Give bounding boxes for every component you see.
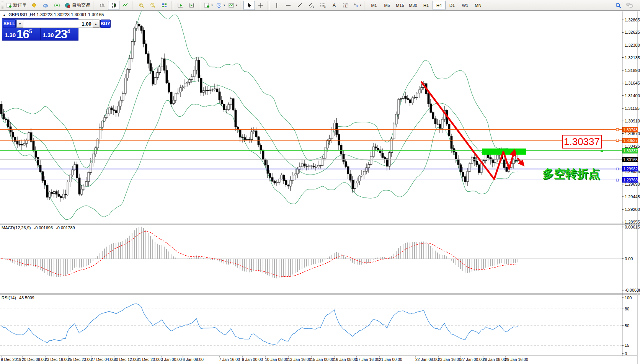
one-click-trading-panel: SELL ▼ ▲ BUY 1.30 16 5 1.30 23 4 bbox=[2, 18, 78, 41]
signals-button[interactable] bbox=[51, 1, 63, 10]
chat-icon bbox=[626, 2, 633, 9]
sell-price-main: 1.30 bbox=[5, 30, 16, 40]
price-tick-label: 1.32135 bbox=[625, 55, 640, 60]
timeframe-mn-button[interactable]: MN bbox=[472, 1, 485, 10]
chart-shift-button[interactable] bbox=[186, 1, 198, 10]
search-button[interactable] bbox=[612, 1, 624, 10]
price-callout-label[interactable]: 1.30337 bbox=[562, 135, 602, 149]
chart-canvas[interactable] bbox=[0, 0, 640, 364]
clock-icon bbox=[216, 2, 222, 8]
auto-scroll-button[interactable] bbox=[175, 1, 186, 10]
price-tick-label: 1.28955 bbox=[625, 220, 640, 224]
horizontal-line-button[interactable] bbox=[282, 1, 294, 10]
crosshair-button[interactable] bbox=[255, 1, 266, 10]
price-level-badge: 1.30537 bbox=[622, 138, 638, 143]
template-icon bbox=[228, 2, 234, 8]
horizontal-line-icon bbox=[285, 2, 291, 8]
timeframe-h4-button[interactable]: H4 bbox=[433, 1, 446, 10]
indicator-tick-label: 0 bbox=[625, 351, 627, 356]
text-button[interactable]: A bbox=[328, 1, 340, 10]
time-axis[interactable]: 9 Dec 201920 Dec 08:0023 Dec 16:0025 Dec… bbox=[0, 357, 637, 364]
arrows-dropdown[interactable]: ▾ bbox=[351, 1, 363, 10]
vertical-line-icon bbox=[274, 2, 279, 8]
line-chart-icon bbox=[122, 2, 128, 8]
indicators-dropdown[interactable]: ▾ bbox=[202, 1, 214, 10]
line-chart-button[interactable] bbox=[119, 1, 131, 10]
timeframe-d1-button[interactable]: D1 bbox=[446, 1, 459, 10]
vertical-line-button[interactable] bbox=[271, 1, 282, 10]
indicator-tick-label: 80 bbox=[625, 307, 629, 311]
timeframe-w1-button[interactable]: W1 bbox=[459, 1, 472, 10]
zoom-out-icon bbox=[150, 2, 156, 8]
zoom-in-button[interactable] bbox=[136, 1, 147, 10]
cursor-button[interactable] bbox=[243, 1, 255, 10]
price-tick-label: 1.29200 bbox=[625, 207, 640, 212]
svg-text:A: A bbox=[333, 3, 336, 8]
toolbar-separator bbox=[268, 1, 270, 10]
fibonacci-button[interactable]: F bbox=[317, 1, 328, 10]
turning-point-text[interactable]: 多空转折点 bbox=[542, 166, 600, 182]
profiles-button[interactable] bbox=[28, 1, 40, 10]
timeframe-m1-button[interactable]: M1 bbox=[367, 1, 380, 10]
timeframe-h1-button[interactable]: H1 bbox=[420, 1, 433, 10]
bar-chart-button[interactable] bbox=[96, 1, 108, 10]
price-tick-label: 1.32380 bbox=[625, 43, 640, 47]
price-axis[interactable]: 1.328651.326251.323801.321351.318901.316… bbox=[622, 11, 640, 364]
crosshair-icon bbox=[258, 2, 264, 8]
candlestick-chart-button[interactable] bbox=[108, 1, 119, 10]
toolbar-separator bbox=[364, 1, 366, 10]
time-tick-label: 17 Jan 16:00 bbox=[356, 357, 379, 362]
bar-chart-icon bbox=[99, 2, 105, 8]
collapse-icon[interactable]: ▲ bbox=[3, 13, 6, 17]
templates-dropdown[interactable]: ▾ bbox=[227, 1, 239, 10]
equidistant-channel-button[interactable]: E bbox=[305, 1, 317, 10]
price-tick-label: 1.29445 bbox=[625, 194, 640, 199]
volume-increment-button[interactable]: ▲ bbox=[93, 20, 99, 28]
toolbar: 新订单 自动交易 bbox=[0, 0, 640, 11]
indicator-tick-label: 0.006157 bbox=[625, 225, 640, 229]
trendline-button[interactable] bbox=[294, 1, 305, 10]
text-label-icon: T bbox=[343, 2, 349, 8]
tile-windows-icon bbox=[161, 2, 167, 8]
price-tick-label: 1.31645 bbox=[625, 81, 640, 85]
price-tick-label: 1.31155 bbox=[625, 106, 640, 111]
toolbar-separator bbox=[171, 1, 173, 10]
volume-input[interactable] bbox=[23, 20, 93, 28]
price-level-badge: 1.29768 bbox=[622, 177, 638, 183]
periods-dropdown[interactable]: ▾ bbox=[214, 1, 227, 10]
buy-button[interactable]: BUY bbox=[100, 20, 111, 28]
community-button[interactable] bbox=[40, 1, 51, 10]
rsi-label-row: RSI(14) 43.5009 bbox=[2, 295, 34, 300]
sell-price-display[interactable]: 1.30 16 5 bbox=[2, 28, 40, 41]
tile-windows-button[interactable] bbox=[158, 1, 170, 10]
sell-button[interactable]: SELL bbox=[3, 20, 16, 28]
new-order-button[interactable]: 新订单 bbox=[4, 1, 28, 10]
buy-price-display[interactable]: 1.30 23 4 bbox=[40, 28, 78, 41]
autotrading-button[interactable]: 自动交易 bbox=[63, 1, 92, 10]
dropdown-caret-icon: ▾ bbox=[360, 3, 361, 7]
svg-text:E: E bbox=[313, 6, 314, 8]
mt4-window: 新订单 自动交易 bbox=[0, 0, 640, 364]
channel-icon: E bbox=[308, 2, 315, 8]
svg-text:F: F bbox=[324, 6, 326, 8]
arrows-icon bbox=[353, 2, 358, 8]
indicators-icon bbox=[204, 2, 210, 8]
autotrading-label: 自动交易 bbox=[72, 2, 90, 8]
trendline-icon bbox=[297, 2, 303, 8]
toolbar-grip[interactable] bbox=[2, 2, 3, 9]
sell-price-big: 16 bbox=[16, 29, 29, 40]
volume-decrement-button[interactable]: ▼ bbox=[17, 20, 23, 28]
timeframe-m30-button[interactable]: M30 bbox=[407, 1, 420, 10]
zoom-out-button[interactable] bbox=[147, 1, 158, 10]
timeframe-m5-button[interactable]: M5 bbox=[380, 1, 393, 10]
time-tick-label: 21 Jan 00:00 bbox=[379, 357, 402, 362]
time-tick-label: 28 Jan 08:00 bbox=[483, 357, 506, 362]
volume-box: ▼ ▲ bbox=[16, 20, 100, 28]
time-tick-label: 3 Jan 00:00 bbox=[161, 357, 182, 362]
search-icon bbox=[615, 2, 622, 9]
time-tick-label: 23 Dec 16:00 bbox=[45, 357, 69, 362]
text-label-button[interactable]: T bbox=[340, 1, 351, 10]
chat-button[interactable] bbox=[624, 1, 635, 10]
signal-icon bbox=[54, 2, 60, 8]
timeframe-m15-button[interactable]: M15 bbox=[393, 1, 407, 10]
